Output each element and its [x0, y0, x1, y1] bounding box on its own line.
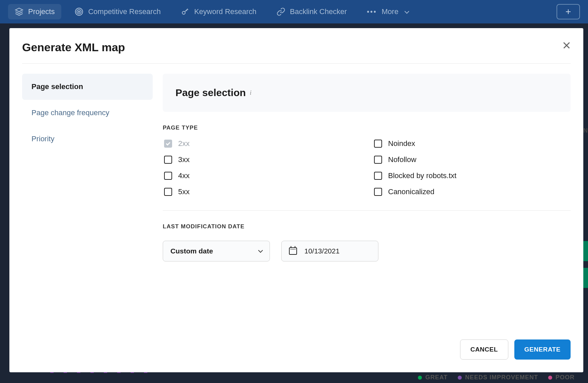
date-input[interactable]: 10/13/2021 [281, 241, 378, 261]
nav-label: Competitive Research [88, 7, 160, 16]
add-button[interactable] [557, 4, 580, 19]
layers-icon [15, 7, 23, 16]
checkbox-icon [374, 156, 382, 164]
checkbox-nofollow[interactable]: Nofollow [374, 155, 571, 164]
checkbox-noindex[interactable]: Noindex [374, 139, 571, 148]
checkbox-label: Nofollow [388, 155, 416, 164]
checkbox-icon [164, 140, 172, 148]
checkbox-icon [164, 172, 172, 180]
modal-body: Page selection Page change frequency Pri… [22, 74, 571, 360]
checkbox-5xx[interactable]: 5xx [164, 187, 361, 196]
tab-page-change-frequency[interactable]: Page change frequency [22, 100, 153, 126]
tab-page-selection[interactable]: Page selection [22, 74, 153, 100]
checkbox-icon [374, 140, 382, 148]
nav-label: Keyword Research [194, 7, 256, 16]
modal-content: Page selection i PAGE TYPE 2xx 3xx [163, 74, 571, 360]
checkbox-icon [374, 188, 382, 196]
nav-keyword-research[interactable]: Keyword Research [174, 4, 263, 19]
date-type-select[interactable]: Custom date [163, 241, 270, 261]
bg-strip [583, 241, 588, 261]
cancel-button[interactable]: CANCEL [460, 339, 508, 360]
svg-line-7 [186, 10, 187, 11]
nav-label: Projects [28, 7, 55, 16]
generate-button[interactable]: GENERATE [514, 339, 571, 360]
checkbox-canonicalized[interactable]: Canonicalized [374, 187, 571, 196]
nav-label: Backlink Checker [290, 7, 347, 16]
key-icon [181, 7, 190, 16]
checkbox-icon [374, 172, 382, 180]
date-row: Custom date 10/13/2021 [163, 241, 571, 261]
checkbox-grid: 2xx 3xx 4xx 5xx [163, 139, 571, 211]
nav-backlink-checker[interactable]: Backlink Checker [270, 4, 354, 19]
side-tabs: Page selection Page change frequency Pri… [22, 74, 153, 360]
tab-priority[interactable]: Priority [22, 126, 153, 152]
checkbox-robots[interactable]: Blocked by robots.txt [374, 171, 571, 180]
nav-label: More [382, 7, 398, 16]
legend-great: GREAT [418, 374, 448, 381]
legend-poor: POOR [548, 374, 575, 381]
link-icon [277, 7, 285, 16]
nav-more[interactable]: ••• More [360, 4, 415, 19]
checkbox-label: Canonicalized [388, 187, 434, 196]
dots-icon: ••• [367, 8, 377, 16]
top-nav: Projects Competitive Research Keyword Re… [0, 0, 588, 23]
bg-strip [583, 268, 588, 288]
svg-marker-0 [15, 8, 23, 12]
checkbox-2xx[interactable]: 2xx [164, 139, 361, 148]
checkbox-label: Blocked by robots.txt [388, 171, 456, 180]
svg-line-5 [185, 9, 188, 12]
generate-xml-modal: Generate XML map Page selection Page cha… [9, 28, 583, 372]
section-title: Page selection [175, 87, 246, 98]
close-button[interactable] [563, 41, 571, 49]
dot-icon [458, 376, 462, 380]
info-icon[interactable]: i [250, 89, 251, 96]
modal-title: Generate XML map [22, 41, 125, 54]
nav-projects[interactable]: Projects [8, 4, 61, 19]
checkbox-icon [164, 156, 172, 164]
svg-line-6 [187, 9, 188, 10]
svg-point-2 [77, 10, 81, 14]
select-value: Custom date [170, 247, 213, 255]
dot-icon [418, 376, 422, 380]
svg-point-3 [78, 11, 80, 12]
calendar-icon [289, 247, 297, 255]
checkbox-label: 2xx [178, 139, 190, 148]
dot-icon [548, 376, 552, 380]
checkbox-label: 3xx [178, 155, 190, 164]
legend-label: GREAT [425, 374, 448, 381]
checkbox-label: Noindex [388, 139, 415, 148]
legend-needs: NEEDS IMPROVEMENT [458, 374, 538, 381]
nav-competitive-research[interactable]: Competitive Research [68, 4, 167, 19]
page-type-label: PAGE TYPE [163, 125, 571, 131]
checkbox-label: 5xx [178, 187, 190, 196]
modal-header: Generate XML map [22, 41, 571, 64]
bg-legend: GREAT NEEDS IMPROVEMENT POOR [418, 374, 575, 381]
legend-label: POOR [556, 374, 575, 381]
checkbox-4xx[interactable]: 4xx [164, 171, 361, 180]
checkbox-label: 4xx [178, 171, 190, 180]
last-mod-label: LAST MODIFICATION DATE [163, 223, 571, 230]
section-header: Page selection i [163, 74, 571, 112]
svg-point-4 [182, 11, 185, 14]
checkbox-3xx[interactable]: 3xx [164, 155, 361, 164]
modal-footer: CANCEL GENERATE [163, 339, 571, 360]
chevron-down-icon [258, 248, 263, 253]
target-icon [75, 7, 83, 16]
chevron-down-icon [405, 9, 409, 13]
checkbox-icon [164, 188, 172, 196]
legend-label: NEEDS IMPROVEMENT [465, 374, 538, 381]
date-value: 10/13/2021 [304, 247, 340, 255]
